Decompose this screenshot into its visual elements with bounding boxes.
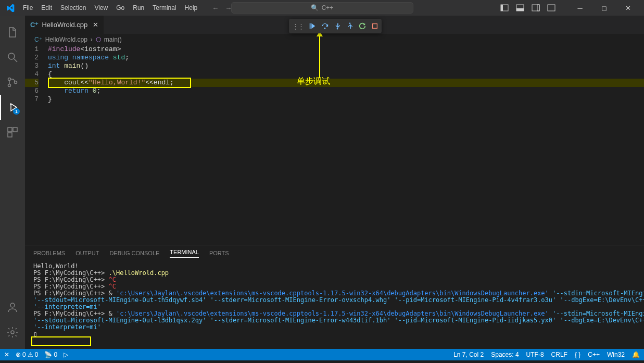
source-control-icon[interactable] [0, 70, 25, 95]
tab-hellowrold[interactable]: C⁺ HelloWrold.cpp ✕ [25, 16, 104, 34]
annotation-text: 单步调试 [297, 76, 330, 87]
tab-label: HelloWrold.cpp [42, 21, 87, 29]
layout-customize-icon[interactable] [547, 4, 555, 12]
svg-point-10 [8, 84, 11, 87]
window-controls: ─ ◻ ✕ [568, 0, 640, 16]
svg-rect-14 [13, 128, 17, 132]
search-activity-icon[interactable] [0, 45, 25, 70]
svg-rect-6 [548, 5, 555, 11]
svg-point-19 [324, 28, 326, 29]
debug-grip-icon[interactable]: ⋮⋮ [292, 22, 304, 30]
accounts-icon[interactable] [0, 295, 25, 320]
menu-terminal[interactable]: Terminal [148, 0, 180, 16]
maximize-button[interactable]: ◻ [592, 0, 616, 16]
status-bar: ✕ ⊗ 0 ⚠ 0 📡 0 ▷ Ln 7, Col 2 Spaces: 4 UT… [0, 349, 644, 360]
menu-file[interactable]: File [19, 0, 37, 16]
nav-arrows: ← → [212, 4, 232, 12]
explorer-icon[interactable] [0, 20, 25, 45]
breadcrumb[interactable]: C⁺ HelloWrold.cpp › ⬡ main() [25, 34, 644, 45]
menu-view[interactable]: View [90, 0, 112, 16]
tab-close-icon[interactable]: ✕ [93, 21, 98, 29]
svg-rect-22 [373, 24, 377, 29]
annotation-arrow [315, 31, 323, 78]
debug-toolbar[interactable]: ⋮⋮ [289, 19, 382, 33]
debug-restart-button[interactable] [359, 22, 366, 30]
svg-rect-4 [532, 5, 539, 11]
close-button[interactable]: ✕ [616, 0, 640, 16]
svg-point-9 [8, 78, 11, 81]
code-editor[interactable]: 1234567 #include<iostream>using namespac… [25, 45, 644, 245]
svg-rect-15 [8, 133, 12, 137]
debug-stop-button[interactable] [371, 22, 378, 30]
panel-tab-output[interactable]: OUTPUT [75, 250, 99, 256]
breadcrumb-symbol[interactable]: main() [104, 36, 122, 43]
status-spaces[interactable]: Spaces: 4 [491, 351, 519, 358]
debug-continue-button[interactable] [309, 22, 316, 30]
status-platform[interactable]: Win32 [607, 351, 625, 358]
layout-sidebar-left-icon[interactable] [500, 4, 509, 12]
activity-bar: 1 [0, 16, 25, 349]
menu-selection[interactable]: Selection [56, 0, 90, 16]
vscode-logo-icon [6, 4, 15, 12]
menu-bar: File Edit Selection View Go Run Terminal… [19, 0, 201, 16]
svg-point-11 [15, 81, 17, 84]
svg-point-7 [8, 53, 15, 59]
panel-tab-terminal[interactable]: TERMINAL [170, 249, 199, 258]
menu-help[interactable]: Help [181, 0, 202, 16]
layout-panel-icon[interactable] [516, 4, 524, 12]
terminal-cursor-box [31, 336, 91, 346]
status-errors[interactable]: ⊗ 0 ⚠ 0 [16, 351, 38, 358]
svg-point-12 [10, 104, 11, 105]
menu-go[interactable]: Go [112, 0, 129, 16]
chevron-icon: › [91, 36, 93, 43]
panel-tab-debug-console[interactable]: DEBUG CONSOLE [109, 250, 159, 256]
panel-tabs: PROBLEMS OUTPUT DEBUG CONSOLE TERMINAL P… [25, 245, 644, 261]
svg-rect-5 [537, 5, 539, 11]
extensions-icon[interactable] [0, 120, 25, 145]
cpp-file-icon: C⁺ [30, 21, 39, 29]
panel-tab-ports[interactable]: PORTS [209, 250, 229, 256]
status-eol[interactable]: CRLF [551, 351, 567, 358]
debug-icon[interactable]: 1 [0, 95, 25, 120]
code-content[interactable]: #include<iostream>using namespace std;in… [48, 45, 644, 245]
editor-area: C⁺ HelloWrold.cpp ✕ ▷⌄ ⚙ ◫ ⋯ ⋮⋮ 单步 [25, 16, 644, 349]
title-actions: ─ ◻ ✕ [500, 0, 640, 16]
status-ports[interactable]: 📡 0 [44, 351, 57, 358]
svg-rect-1 [501, 5, 503, 11]
status-debug-icon[interactable]: ▷ [64, 351, 68, 358]
panel-tab-problems[interactable]: PROBLEMS [33, 250, 65, 256]
svg-rect-13 [8, 128, 12, 132]
svg-rect-18 [310, 23, 311, 29]
status-encoding[interactable]: UTF-8 [526, 351, 544, 358]
menu-run[interactable]: Run [129, 0, 148, 16]
layout-sidebar-right-icon[interactable] [532, 4, 540, 12]
command-center-text: C++ [322, 4, 334, 11]
command-center[interactable]: 🔍 C++ [231, 2, 413, 14]
svg-point-20 [337, 28, 338, 30]
breadcrumb-method-icon: ⬡ [96, 36, 101, 43]
settings-gear-icon[interactable] [0, 320, 25, 345]
breadcrumb-file[interactable]: HelloWrold.cpp [45, 36, 87, 43]
status-bell-icon[interactable]: 🔔 [632, 351, 640, 358]
status-position[interactable]: Ln 7, Col 2 [453, 351, 484, 358]
line-gutter[interactable]: 1234567 [25, 45, 48, 245]
menu-edit[interactable]: Edit [37, 0, 56, 16]
debug-badge: 1 [13, 108, 20, 115]
nav-back-icon[interactable]: ← [212, 4, 219, 12]
svg-point-16 [10, 303, 15, 307]
search-icon: 🔍 [311, 4, 319, 11]
debug-step-out-button[interactable] [346, 22, 353, 30]
status-lang-mode[interactable]: { } [575, 351, 580, 358]
status-remote[interactable]: ✕ [4, 351, 9, 358]
debug-step-over-button[interactable] [321, 22, 329, 30]
titlebar: File Edit Selection View Go Run Terminal… [0, 0, 644, 16]
svg-point-17 [11, 331, 14, 334]
terminal-content[interactable]: Hello,World!PS F:\MyCoding\C++> .\HelloW… [25, 261, 644, 349]
status-lang[interactable]: C++ [588, 351, 600, 358]
debug-step-into-button[interactable] [334, 22, 341, 30]
minimize-button[interactable]: ─ [568, 0, 592, 16]
svg-point-21 [349, 22, 351, 24]
bottom-panel: PROBLEMS OUTPUT DEBUG CONSOLE TERMINAL P… [25, 245, 644, 349]
breadcrumb-file-icon: C⁺ [34, 36, 42, 43]
svg-line-8 [14, 59, 17, 62]
